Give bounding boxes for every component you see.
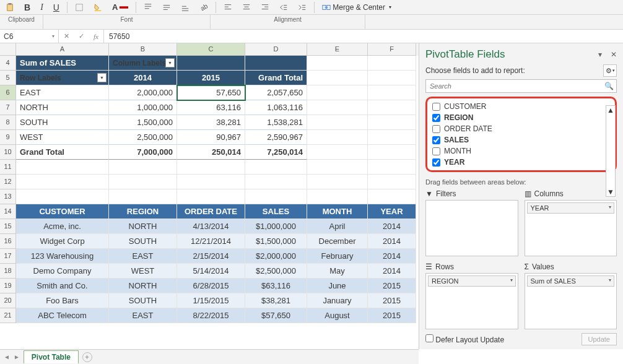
tbl-head-year[interactable]: YEAR [368, 204, 416, 219]
align-right-button[interactable] [258, 2, 272, 13]
name-box[interactable]: C6 [0, 30, 59, 43]
values-icon: Σ [525, 262, 529, 271]
col-head-e[interactable]: E [307, 43, 368, 56]
row-head[interactable]: 5 [0, 71, 16, 85]
fill-color-button[interactable] [91, 2, 105, 13]
tbl-head-customer[interactable]: CUSTOMER [16, 204, 109, 219]
decrease-indent-button[interactable] [277, 2, 290, 13]
value-chip-sum-sales[interactable]: Sum of SALES [527, 275, 615, 287]
formula-input[interactable]: 57650 [104, 30, 623, 43]
accept-formula-button[interactable]: ✓ [74, 30, 89, 43]
svg-rect-0 [7, 4, 13, 11]
italic-button[interactable]: I [38, 1, 46, 14]
field-search[interactable]: 🔍 [425, 79, 617, 93]
group-blank [365, 15, 623, 29]
field-customer[interactable]: CUSTOMER [430, 101, 612, 112]
column-headers: A B C D E F [0, 43, 419, 56]
dropdown-icon[interactable]: ▼ [97, 73, 107, 82]
col-head-c[interactable]: C [177, 43, 245, 56]
pivot-year-2014[interactable]: 2014 [109, 71, 177, 85]
columns-area[interactable]: ▥Columns YEAR [525, 189, 617, 256]
increase-indent-button[interactable] [295, 2, 309, 13]
align-center-button[interactable] [240, 2, 253, 13]
search-icon: 🔍 [604, 82, 614, 90]
col-head-d[interactable]: D [245, 43, 307, 56]
row-head[interactable]: 6 [0, 85, 16, 100]
svg-rect-4 [120, 6, 128, 9]
filters-area[interactable]: ▼Filters [425, 189, 518, 256]
cancel-formula-button[interactable]: ✕ [59, 30, 74, 43]
values-area[interactable]: ΣValues Sum of SALES [525, 262, 617, 329]
row-head[interactable]: 10 [0, 145, 16, 160]
pivot-grand-total-row[interactable]: Grand Total [16, 145, 109, 160]
tbl-head-month[interactable]: MONTH [307, 204, 368, 219]
pivot-row-labels[interactable]: Row Labels▼ [16, 71, 109, 85]
select-all-corner[interactable] [0, 43, 16, 56]
field-year[interactable]: YEAR [430, 157, 612, 168]
align-left-button[interactable] [221, 2, 235, 13]
group-alignment: Alignment [211, 15, 365, 29]
tbl-head-region[interactable]: REGION [109, 204, 177, 219]
separator [136, 2, 136, 13]
align-bottom-button[interactable] [178, 2, 192, 13]
col-head-f[interactable]: F [368, 43, 416, 56]
bold-button[interactable]: B [22, 1, 33, 14]
pivot-row-label[interactable]: EAST [16, 85, 109, 100]
font-color-button[interactable]: A [110, 1, 131, 13]
pivot-grand-total-col[interactable]: Grand Total [245, 71, 307, 85]
underline-button[interactable]: U [51, 1, 62, 14]
rows-area[interactable]: ☰Rows REGION [425, 262, 518, 329]
dropdown-icon[interactable]: ▼ [165, 58, 175, 67]
column-chip-year[interactable]: YEAR [527, 202, 615, 214]
spreadsheet-grid[interactable]: A B C D E F 4 Sum of SALES Column Labels… [0, 43, 419, 349]
tbl-head-sales[interactable]: SALES [245, 204, 307, 219]
new-sheet-button[interactable]: ＋ [82, 352, 92, 362]
col-head-b[interactable]: B [109, 43, 177, 56]
col-head-a[interactable]: A [16, 43, 109, 56]
svg-rect-1 [8, 3, 11, 5]
field-orderdate[interactable]: ORDER DATE [430, 123, 612, 134]
gear-icon[interactable]: ⚙▾ [603, 64, 617, 77]
drag-label: Drag fields between areas below: [425, 178, 617, 186]
row-head[interactable]: 4 [0, 56, 16, 71]
pane-subtitle: Choose fields to add to report: [425, 66, 525, 75]
svg-text:ab: ab [199, 3, 208, 12]
row-chip-region[interactable]: REGION [428, 275, 516, 287]
row-head[interactable]: 7 [0, 100, 16, 115]
search-input[interactable] [425, 79, 617, 93]
pivot-sum-label[interactable]: Sum of SALES [16, 56, 109, 71]
field-list-scrollbar[interactable]: ▲▼ [606, 105, 616, 197]
field-sales[interactable]: SALES [430, 134, 612, 145]
row-head[interactable]: 8 [0, 115, 16, 130]
align-top-button[interactable] [141, 2, 155, 13]
pivot-column-labels[interactable]: Column Labels▼ [109, 56, 177, 71]
rows-drop[interactable]: REGION [425, 273, 518, 329]
defer-update-checkbox[interactable]: Defer Layout Update [425, 334, 504, 344]
pane-dropdown-icon[interactable]: ▾ [598, 50, 602, 59]
active-cell[interactable]: 57,650 [177, 85, 245, 100]
tab-nav-next[interactable]: ► [14, 353, 20, 360]
align-middle-button[interactable] [160, 2, 173, 13]
separator [67, 2, 68, 13]
pivottable-fields-pane: PivotTable Fields ▾ ✕ Choose fields to a… [419, 43, 623, 349]
values-drop[interactable]: Sum of SALES [525, 273, 617, 329]
filters-drop[interactable] [425, 200, 518, 256]
tab-nav-prev[interactable]: ◄ [4, 353, 10, 360]
sheet-tabs: ◄ ► Pivot Table ＋ [0, 349, 419, 364]
formula-buttons: ✕ ✓ fx [59, 30, 104, 43]
columns-drop[interactable]: YEAR [525, 200, 617, 256]
field-month[interactable]: MONTH [430, 145, 612, 157]
tbl-head-orderdate[interactable]: ORDER DATE [177, 204, 245, 219]
paste-button[interactable] [3, 2, 17, 13]
merge-center-button[interactable]: Merge & Center▾ [320, 2, 394, 13]
field-region[interactable]: REGION [430, 112, 612, 123]
orientation-button[interactable]: ab [197, 2, 211, 13]
pivot-year-2015[interactable]: 2015 [177, 71, 245, 85]
field-list-highlighted: CUSTOMER REGION ORDER DATE SALES MONTH Y… [425, 97, 617, 172]
update-button[interactable]: Update [582, 333, 617, 345]
sheet-tab-active[interactable]: Pivot Table [24, 350, 79, 363]
borders-button[interactable] [72, 2, 86, 13]
fx-button[interactable]: fx [89, 30, 103, 43]
row-head[interactable]: 9 [0, 130, 16, 145]
close-pane-icon[interactable]: ✕ [611, 50, 617, 59]
